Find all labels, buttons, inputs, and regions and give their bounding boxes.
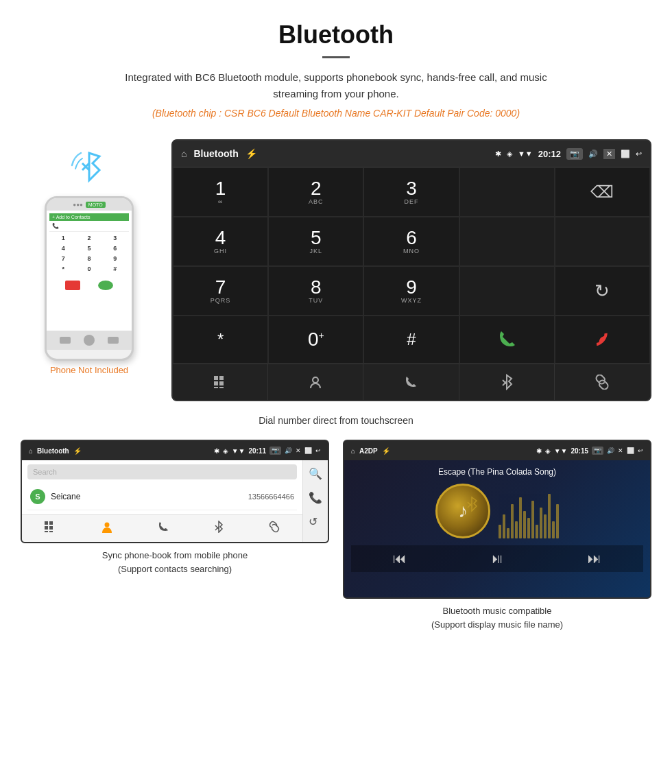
- svg-point-13: [104, 523, 109, 527]
- music-usb-icon: ⚡: [382, 447, 390, 455]
- search-icon[interactable]: 🔍: [309, 467, 322, 480]
- bottom-link-icon[interactable]: [555, 364, 650, 400]
- bottom-grid-icon[interactable]: [173, 364, 268, 400]
- page-header: Bluetooth Integrated with BC6 Bluetooth …: [0, 0, 672, 126]
- green-call-button[interactable]: [459, 316, 555, 364]
- middle-section: ●●● MOTO + Add to Contacts 📞 1 2 3 4 5 6…: [0, 126, 672, 408]
- prev-track-button[interactable]: ⏮: [393, 551, 407, 567]
- topbar-title: Bluetooth: [193, 148, 238, 159]
- phone-key-8[interactable]: 8: [77, 254, 102, 263]
- phone-key-0[interactable]: 0: [77, 264, 102, 274]
- phone-key-hash[interactable]: #: [102, 264, 128, 274]
- phone-key-5[interactable]: 5: [77, 243, 102, 253]
- phone-key-3[interactable]: 3: [102, 233, 128, 243]
- phonebook-content: Search S Seicane 13566664466: [22, 460, 328, 542]
- topbar-left: ⌂ Bluetooth ⚡: [181, 148, 257, 159]
- contact-avatar: S: [30, 489, 45, 504]
- svg-rect-8: [49, 521, 53, 525]
- phone-keypad: 1 2 3 4 5 6 7 8 9 * 0 #: [49, 232, 129, 275]
- pb-cam-icon[interactable]: 📷: [269, 447, 281, 455]
- music-back-icon[interactable]: ↩: [638, 447, 643, 454]
- phone-key-1[interactable]: 1: [51, 233, 76, 243]
- music-equalizer: [499, 484, 559, 538]
- phone-key-2[interactable]: 2: [77, 233, 102, 243]
- music-home-icon[interactable]: ⌂: [351, 447, 355, 455]
- empty-cell-1: [459, 217, 555, 266]
- music-win-icon[interactable]: ⬜: [627, 447, 634, 454]
- phonebook-main: Search S Seicane 13566664466: [22, 460, 302, 542]
- key-star[interactable]: *: [173, 316, 268, 364]
- key-7[interactable]: 7 PQRS: [173, 266, 268, 316]
- bottom-bluetooth-icon[interactable]: [459, 364, 555, 400]
- pb-topbar-title: Bluetooth: [37, 447, 69, 455]
- phone-key-9[interactable]: 9: [102, 254, 128, 263]
- phone-screen: + Add to Contacts 📞 1 2 3 4 5 6 7 8 9 * …: [47, 211, 132, 331]
- delete-button[interactable]: ⌫: [555, 167, 650, 217]
- key-2[interactable]: 2 ABC: [268, 167, 363, 217]
- svg-point-6: [313, 377, 318, 383]
- key-3[interactable]: 3 DEF: [363, 167, 459, 217]
- phonebook-search-bar[interactable]: Search: [27, 464, 297, 479]
- topbar-time: 20:12: [538, 149, 561, 159]
- pb-bluetooth-icon[interactable]: [214, 521, 224, 536]
- usb-icon: ⚡: [245, 148, 257, 159]
- pb-loc-icon: ◈: [223, 447, 228, 455]
- back-icon[interactable]: ↩: [636, 150, 642, 158]
- key-9[interactable]: 9 WXYZ: [363, 266, 459, 316]
- phonebook-caption-line2: (Support contacts searching): [118, 564, 232, 574]
- phone-key-7[interactable]: 7: [51, 254, 76, 263]
- home-icon[interactable]: ⌂: [181, 148, 187, 159]
- header-divider: [322, 56, 350, 58]
- key-5[interactable]: 5 JKL: [268, 217, 363, 266]
- svg-rect-7: [45, 521, 48, 525]
- music-bt-icon: ✱: [536, 447, 542, 455]
- pb-vol-icon[interactable]: 🔊: [285, 447, 292, 454]
- svg-rect-4: [214, 387, 218, 388]
- music-body: Escape (The Pina Colada Song) ♪: [344, 460, 650, 597]
- pb-grid-icon[interactable]: [44, 521, 56, 536]
- pb-back-icon[interactable]: ↩: [315, 447, 321, 454]
- bottom-phone-icon[interactable]: [363, 364, 459, 400]
- key-8[interactable]: 8 TUV: [268, 266, 363, 316]
- music-center: ♪: [435, 484, 559, 538]
- pb-close-icon[interactable]: ✕: [296, 447, 301, 454]
- key-0[interactable]: 0+: [268, 316, 363, 364]
- phone-key-6[interactable]: 6: [102, 243, 128, 253]
- pb-phone-icon[interactable]: [157, 521, 169, 536]
- volume-icon[interactable]: 🔊: [588, 150, 598, 158]
- refresh-button[interactable]: ↻: [555, 266, 650, 316]
- phonebook-topbar: ⌂ Bluetooth ⚡ ✱ ◈ ▼▼ 20:11 📷 🔊 ✕ ⬜ ↩: [22, 441, 328, 460]
- camera-icon[interactable]: 📷: [566, 148, 583, 160]
- key-hash[interactable]: #: [363, 316, 459, 364]
- music-loc-icon: ◈: [545, 447, 551, 455]
- phone-key-4[interactable]: 4: [51, 243, 76, 253]
- call-icon[interactable]: 📞: [309, 491, 322, 504]
- album-art: ♪: [435, 484, 490, 538]
- play-pause-button[interactable]: ⏯: [490, 551, 504, 567]
- bottom-contacts-icon[interactable]: [268, 364, 363, 400]
- close-box-icon[interactable]: ✕: [603, 149, 615, 159]
- pb-contacts-icon[interactable]: [101, 521, 113, 536]
- music-time: 20:15: [571, 447, 588, 455]
- key-1[interactable]: 1 ∞: [173, 167, 268, 217]
- svg-rect-0: [214, 376, 218, 380]
- pb-home-icon[interactable]: ⌂: [29, 447, 33, 455]
- key-6[interactable]: 6 MNO: [363, 217, 459, 266]
- sync-icon[interactable]: ↺: [309, 515, 322, 528]
- next-track-button[interactable]: ⏭: [588, 551, 601, 567]
- music-close-icon[interactable]: ✕: [618, 447, 623, 454]
- window-icon[interactable]: ⬜: [621, 150, 630, 158]
- location-icon: ◈: [507, 150, 512, 158]
- red-hangup-button[interactable]: [555, 316, 650, 364]
- phone-mockup-area: ●●● MOTO + Add to Contacts 📞 1 2 3 4 5 6…: [21, 139, 158, 375]
- svg-rect-12: [49, 531, 53, 532]
- contact-row[interactable]: S Seicane 13566664466: [27, 484, 297, 510]
- pb-link-icon[interactable]: [268, 521, 280, 536]
- music-cam-icon[interactable]: 📷: [592, 447, 603, 455]
- music-caption-line1: Bluetooth music compatible: [443, 606, 552, 616]
- bluetooth-dial-screen: ⌂ Bluetooth ⚡ ✱ ◈ ▼▼ 20:12 📷 🔊 ✕ ⬜ ↩ 1 ∞: [171, 139, 651, 401]
- key-4[interactable]: 4 GHI: [173, 217, 268, 266]
- pb-win-icon[interactable]: ⬜: [304, 447, 312, 454]
- phone-key-star[interactable]: *: [51, 264, 76, 274]
- music-vol-icon[interactable]: 🔊: [607, 447, 614, 454]
